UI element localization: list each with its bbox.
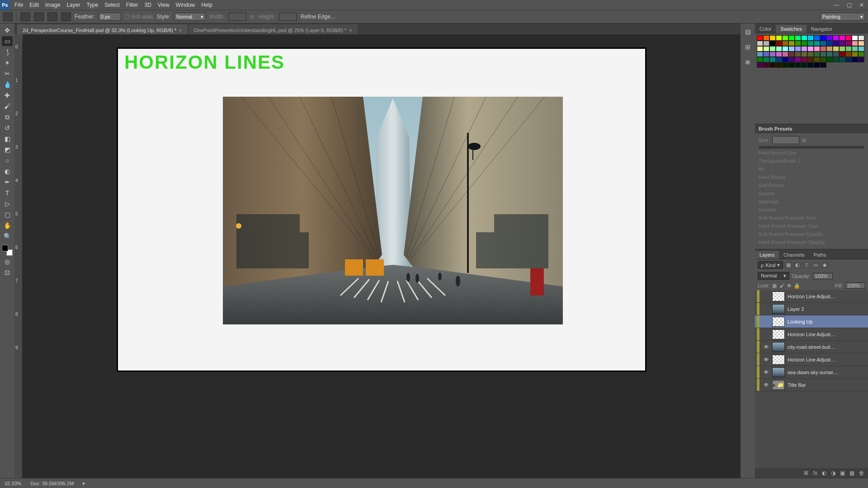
swatch[interactable] [763,62,769,68]
swatch[interactable] [795,41,801,46]
menu-help[interactable]: Help [201,2,212,8]
layer-row[interactable]: Horizon Line Adjust… [755,290,868,303]
refine-edge-button[interactable]: Refine Edge… [301,14,336,20]
visibility-toggle[interactable]: 👁 [763,344,769,350]
swatch[interactable] [769,35,776,41]
brush-preset-item[interactable]: Hard Round Line [759,149,864,157]
menu-layer[interactable]: Layer [66,2,80,8]
swatch[interactable] [782,35,788,41]
zoom-tool[interactable]: 🔍 [2,231,13,241]
layer-thumbnail[interactable] [772,367,785,377]
shape-tool[interactable]: ▢ [2,210,13,220]
layer-name[interactable]: Title Bar [788,382,866,388]
close-tab-icon[interactable]: × [349,28,352,33]
minimize-button[interactable]: — [830,0,843,10]
swatch[interactable] [788,62,795,68]
panel-tab-paths[interactable]: Paths [809,251,831,259]
swatch[interactable] [839,35,845,41]
layer-name[interactable]: Horizon Line Adjust… [788,332,866,337]
swatch[interactable] [852,41,858,46]
swatch[interactable] [814,35,820,41]
swatch[interactable] [795,52,801,57]
style-select[interactable]: Normal▾ [174,13,206,21]
path-select-tool[interactable]: ▷ [2,199,13,209]
swatch[interactable] [826,35,833,41]
swatch[interactable] [814,46,820,52]
document-tab[interactable]: OnePointPresentionUnderstandingHL.psd @ … [189,24,358,34]
layer-name[interactable]: Horizon Line Adjust… [788,357,866,362]
swatch[interactable] [801,46,807,52]
swatch[interactable] [814,52,820,57]
swatch[interactable] [795,62,801,68]
layer-thumbnail[interactable] [772,317,785,327]
lasso-tool[interactable]: ⟆ [2,47,13,57]
layer-mask-icon[interactable]: ◐ [822,470,826,476]
swatch[interactable] [782,57,788,62]
doc-size-readout[interactable]: Doc: 39.5M/395.2M [30,481,74,486]
menu-select[interactable]: Select [104,2,119,8]
swatch[interactable] [820,46,826,52]
menu-edit[interactable]: Edit [29,2,39,8]
menu-type[interactable]: Type [86,2,98,8]
layer-thumbnail[interactable] [772,329,785,339]
swatch[interactable] [757,41,763,46]
swatch[interactable] [833,46,839,52]
swatch[interactable] [795,57,801,62]
swatch[interactable] [852,46,858,52]
swatch[interactable] [782,62,788,68]
swatch[interactable] [795,35,801,41]
layer-row[interactable]: 👁city-road-street-buil… [755,341,868,353]
close-tab-icon[interactable]: × [179,28,182,33]
swatch[interactable] [788,46,795,52]
swatch[interactable] [795,46,801,52]
swatch[interactable] [839,52,845,57]
antialias-checkbox[interactable]: ☐ Anti-alias [125,14,153,20]
blend-mode-select[interactable]: Normal▾ [758,272,789,280]
swatch[interactable] [826,41,833,46]
swatch[interactable] [833,52,839,57]
swatch[interactable] [788,41,795,46]
tool-preset-picker[interactable] [3,12,13,21]
swatch[interactable] [820,41,826,46]
color-swatches[interactable] [2,245,13,256]
new-group-icon[interactable]: ▣ [840,470,845,476]
brush-preset-item[interactable]: Hard Round Pressure Opacity [759,238,864,246]
visibility-toggle[interactable]: 👁 [763,357,769,363]
brush-preset-item[interactable]: TheSquareBrush 1 [759,157,864,165]
lock-all-icon[interactable]: 🔒 [794,283,800,289]
layer-name[interactable]: city-road-street-buil… [788,344,866,350]
swatch[interactable] [826,46,833,52]
swatch[interactable] [807,41,814,46]
swatch[interactable] [757,52,763,57]
hand-tool[interactable]: ✋ [2,221,13,230]
layer-thumbnail[interactable] [772,291,785,301]
swatch[interactable] [757,46,763,52]
link-layers-icon[interactable]: ⌘ [803,470,809,476]
canvas-stage[interactable]: HORIZON LINES [23,42,741,478]
marquee-tool[interactable]: ▭ [2,36,13,46]
maximize-button[interactable]: ▢ [843,0,855,10]
layer-row[interactable]: 👁Horizon Line Adjust… [755,353,868,366]
swatch[interactable] [763,35,769,41]
swatch[interactable] [814,41,820,46]
swatch[interactable] [769,52,776,57]
history-brush-tool[interactable]: ↺ [2,123,13,133]
properties-icon[interactable]: ⊞ [743,42,752,52]
layer-row[interactable]: Layer 2 [755,303,868,315]
move-tool[interactable]: ✥ [2,25,13,35]
brush-preset-item[interactable]: Soft Round Pressure Size [759,214,864,222]
swatch[interactable] [826,52,833,57]
swatch[interactable] [845,35,852,41]
panel-tab-navigator[interactable]: Navigator [807,25,837,33]
swatch[interactable] [839,41,845,46]
brush-preset-item[interactable]: Soft Round [759,181,864,189]
swatch[interactable] [858,41,864,46]
blur-tool[interactable]: ○ [2,155,13,165]
layer-thumbnail[interactable] [772,355,785,365]
new-layer-icon[interactable]: ▦ [849,470,854,476]
swatch[interactable] [776,62,782,68]
visibility-toggle[interactable]: 👁 [763,369,769,375]
workspace-switcher[interactable]: Painting▾ [820,13,865,21]
layer-thumbnail[interactable]: ▸ 📁 [772,380,785,390]
layer-name[interactable]: sea-dawn-sky-sunse… [788,370,866,375]
